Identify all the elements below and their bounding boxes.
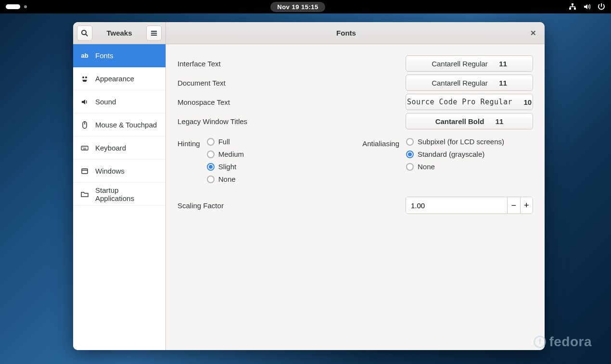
svg-rect-8 <box>81 146 88 150</box>
hinting-none-radio[interactable]: None <box>207 175 244 183</box>
antialiasing-subpixel-radio[interactable]: Subpixel (for LCD screens) <box>406 138 504 146</box>
font-name: Cantarell Regular <box>432 60 488 68</box>
sidebar-item-startup-applications[interactable]: Startup Applications <box>73 183 165 206</box>
header-bar: Tweaks Fonts ✕ <box>73 22 545 44</box>
sidebar-item-keyboard[interactable]: Keyboard <box>73 137 165 160</box>
hinting-options: Full Medium Slight None <box>207 138 244 183</box>
sidebar-item-label: Appearance <box>95 75 134 83</box>
fonts-icon: ab <box>81 52 89 59</box>
activities-area[interactable] <box>6 4 27 9</box>
monospace-font-button[interactable]: Source Code Pro Regular 10 <box>406 94 533 110</box>
svg-point-11 <box>85 147 86 148</box>
antialiasing-options: Subpixel (for LCD screens) Standard (gra… <box>406 138 504 183</box>
svg-point-5 <box>85 76 87 78</box>
sidebar-item-label: Windows <box>95 167 125 175</box>
hinting-label: Hinting <box>178 138 207 183</box>
activities-dot-icon <box>24 5 27 8</box>
volume-icon <box>583 3 591 11</box>
search-button[interactable] <box>77 25 92 41</box>
power-icon <box>598 3 605 11</box>
sidebar-item-appearance[interactable]: Appearance <box>73 67 165 90</box>
hamburger-icon <box>150 29 158 37</box>
radio-label: Subpixel (for LCD screens) <box>418 138 504 146</box>
windows-icon <box>81 167 89 175</box>
radio-icon <box>207 151 215 158</box>
hinting-full-radio[interactable]: Full <box>207 138 244 146</box>
sidebar-item-label: Fonts <box>95 51 114 60</box>
font-size: 11 <box>493 117 503 126</box>
minus-icon: − <box>511 201 516 211</box>
sidebar-item-label: Mouse & Touchpad <box>95 121 157 129</box>
row-document-text: Document Text Cantarell Regular 11 <box>178 73 533 92</box>
tweaks-window: Tweaks Fonts ✕ ab Fonts Appearance So <box>73 22 545 350</box>
window-body: ab Fonts Appearance Sound Mouse & Touchp… <box>73 44 545 350</box>
sidebar: ab Fonts Appearance Sound Mouse & Touchp… <box>73 44 166 350</box>
scaling-factor-label: Scaling Factor <box>178 201 406 210</box>
close-icon: ✕ <box>530 29 536 38</box>
scaling-factor-spinner: − + <box>406 197 533 214</box>
sidebar-item-mouse-touchpad[interactable]: Mouse & Touchpad <box>73 113 165 137</box>
svg-rect-13 <box>82 169 88 174</box>
radio-section: Hinting Full Medium Slight None Antialia… <box>178 138 533 183</box>
app-title: Tweaks <box>96 29 142 37</box>
antialiasing-label: Antialiasing <box>362 138 406 183</box>
svg-rect-1 <box>569 8 571 10</box>
radio-label: Standard (grayscale) <box>418 150 484 158</box>
close-button[interactable]: ✕ <box>526 26 540 40</box>
radio-icon <box>406 163 414 171</box>
row-scaling-factor: Scaling Factor − + <box>178 197 533 214</box>
radio-icon <box>207 176 215 183</box>
sidebar-item-label: Startup Applications <box>95 186 158 202</box>
hamburger-menu-button[interactable] <box>146 25 162 41</box>
hinting-slight-radio[interactable]: Slight <box>207 163 244 171</box>
radio-label: Medium <box>218 150 244 158</box>
sound-icon <box>81 98 89 106</box>
interface-text-label: Interface Text <box>178 60 406 68</box>
font-name: Cantarell Bold <box>435 117 484 126</box>
document-text-label: Document Text <box>178 79 406 87</box>
antialiasing-standard-radio[interactable]: Standard (grayscale) <box>406 150 504 158</box>
mouse-icon <box>81 121 89 129</box>
radio-icon <box>207 138 215 146</box>
legacy-titles-label: Legacy Window Titles <box>178 117 406 126</box>
content-area: Interface Text Cantarell Regular 11 Docu… <box>166 44 545 350</box>
appearance-icon <box>81 75 89 83</box>
radio-icon <box>406 151 414 158</box>
font-size: 11 <box>496 79 507 87</box>
row-monospace-text: Monospace Text Source Code Pro Regular 1… <box>178 92 533 112</box>
clock[interactable]: Nov 19 15:15 <box>270 2 325 12</box>
svg-point-10 <box>84 147 85 148</box>
plus-icon: + <box>524 201 529 211</box>
fedora-icon: f <box>534 336 546 348</box>
scaling-increment-button[interactable]: + <box>520 197 533 213</box>
network-icon <box>569 3 576 11</box>
folder-icon <box>81 190 89 198</box>
hinting-medium-radio[interactable]: Medium <box>207 150 244 158</box>
sidebar-item-label: Sound <box>95 98 116 106</box>
sidebar-item-windows[interactable]: Windows <box>73 160 165 183</box>
system-status-area[interactable] <box>569 3 605 11</box>
sidebar-item-fonts[interactable]: ab Fonts <box>73 44 165 67</box>
legacy-font-button[interactable]: Cantarell Bold 11 <box>406 113 533 129</box>
document-font-button[interactable]: Cantarell Regular 11 <box>406 75 533 91</box>
radio-label: None <box>218 175 236 183</box>
keyboard-icon <box>81 144 89 152</box>
search-icon <box>81 29 89 37</box>
headerbar-left: Tweaks <box>73 22 166 44</box>
fedora-text: fedora <box>549 334 592 350</box>
svg-rect-12 <box>83 149 86 149</box>
font-size: 10 <box>521 98 532 106</box>
scaling-decrement-button[interactable]: − <box>507 197 520 213</box>
page-title: Fonts <box>166 29 526 37</box>
antialiasing-none-radio[interactable]: None <box>406 163 504 171</box>
antialiasing-group: Antialiasing Subpixel (for LCD screens) … <box>362 138 504 183</box>
top-bar: Nov 19 15:15 <box>0 0 611 13</box>
interface-font-button[interactable]: Cantarell Regular 11 <box>406 55 533 72</box>
activities-pill-icon <box>6 4 20 9</box>
headerbar-right: Fonts ✕ <box>166 22 545 44</box>
scaling-factor-input[interactable] <box>406 197 507 213</box>
sidebar-item-sound[interactable]: Sound <box>73 90 165 113</box>
font-name: Source Code Pro Regular <box>407 98 512 106</box>
radio-icon <box>406 138 414 146</box>
font-size: 11 <box>496 60 507 68</box>
